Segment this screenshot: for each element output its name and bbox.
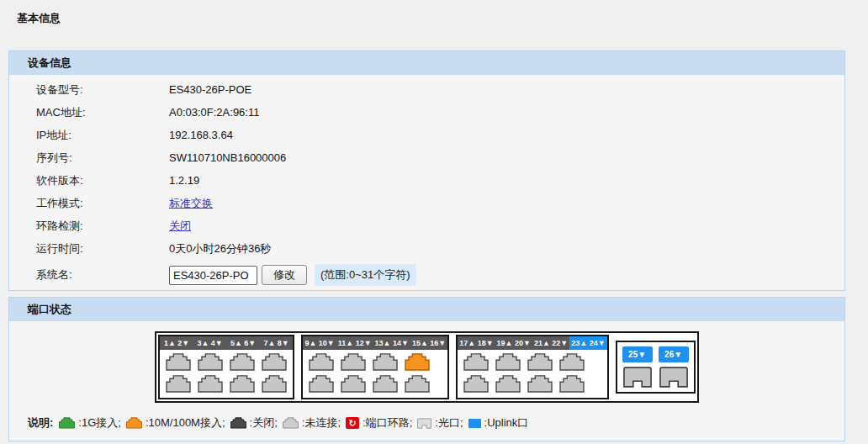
fiber-port-25: 25▼ [622,346,653,388]
port-pair-11-12: 11▲ 12▼ [336,336,373,350]
port-17-jack-icon [463,353,489,371]
port-16-jack-icon [405,375,430,393]
legend-item: :关闭; [230,415,278,431]
port-group-3: 17▲ 18▼19▲ 20▼21▲ 22▼23▲ 24▼ [456,335,608,399]
uptime-label: 运行时间: [36,241,169,256]
port-row-top [309,353,442,371]
port-5-jack-icon [230,353,255,371]
port-8-jack-icon [262,375,287,393]
legend-item-label: :未连接; [302,415,341,431]
port-group-3-header: 17▲ 18▼19▲ 20▼21▲ 22▼23▲ 24▼ [458,336,606,350]
fiber-port-group: 25▼26▼ [616,341,696,394]
port-pair-13-14: 13▲ 14▼ [373,336,410,350]
port-group-1-ports [160,350,293,398]
switch-diagram: 1▲ 2▼3▲ 4▼5▲ 6▼7▲ 8▼9▲ 10▼11▲ 12▼13▲ 14▼… [155,331,698,403]
mac-address-value: A0:03:0F:2A:96:11 [169,106,259,119]
legend-items: :1G接入;:10M/100M接入;:关闭;:未连接;↻:端口环路;:光口;:U… [59,415,528,431]
legend-item-label: :端口环路; [363,415,412,431]
rj45-green-icon [59,417,75,429]
port-pair-15-16: 15▲ 16▼ [410,336,447,350]
loop-detection-link[interactable]: 关闭 [169,219,191,234]
port-21-jack-icon [527,353,553,371]
info-row-software-version: 软件版本:1.2.19 [9,169,844,192]
port-22-jack-icon [527,375,553,393]
port-14-jack-icon [373,375,398,393]
port-row-bottom [463,375,601,393]
info-row-ip-address: IP地址:192.168.3.64 [9,124,844,146]
port-13-jack-icon [373,353,398,371]
port-group-2-ports [303,350,447,398]
legend-item: :1G接入; [59,415,121,431]
legend-item: ↻:端口环路; [346,415,412,431]
page-title: 基本信息 [0,0,868,26]
basic-info-page: 基本信息 设备信息 设备型号:ES430-26P-POEMAC地址:A0:03:… [0,0,868,444]
port-25-sfp-icon [623,367,652,388]
port-2-jack-icon [166,375,191,393]
port-4-jack-icon [198,375,223,393]
work-mode-link[interactable]: 标准交换 [169,196,213,211]
device-info-panel: 设备信息 设备型号:ES430-26P-POEMAC地址:A0:03:0F:2A… [8,50,845,291]
port-pair-19-20: 19▲ 20▼ [495,336,532,350]
port-pair-17-18: 17▲ 18▼ [458,336,495,350]
system-name-label: 系统名: [36,267,169,283]
port-row-bottom [309,375,442,393]
serial-number-label: 序列号: [36,151,169,166]
port-pair-5-6: 5▲ 6▼ [226,336,260,350]
uplink-blue-icon [468,419,481,428]
legend-item: :光口; [417,415,463,431]
port-9-jack-icon [309,353,334,371]
port-20-jack-icon [495,375,521,393]
modify-button[interactable]: 修改 [262,265,307,285]
port-24-jack-icon [559,375,585,393]
work-mode-label: 工作模式: [36,196,169,211]
device-info-header: 设备信息 [9,51,844,75]
rj45-orange-icon [126,417,142,429]
port-23-jack-icon [559,353,585,371]
uptime-value: 0天0小时26分钟36秒 [169,241,271,256]
legend-item-label: :1G接入; [78,415,121,431]
legend-item-label: :关闭; [250,415,278,431]
port-group-2-header: 9▲ 10▼11▲ 12▼13▲ 14▼15▲ 16▼ [303,336,447,350]
legend-item: :Uplink口 [468,415,529,431]
info-row-loop-detection: 环路检测:关闭 [9,214,844,237]
port-10-jack-icon [309,375,334,393]
rj45-gray-icon [283,417,299,429]
port-group-3-ports [458,350,606,398]
device-info-rows: 设备型号:ES430-26P-POEMAC地址:A0:03:0F:2A:96:1… [9,75,844,260]
mac-address-label: MAC地址: [36,105,169,120]
software-version-label: 软件版本: [36,173,169,188]
port-row-top [166,353,287,371]
software-version-value: 1.2.19 [169,174,199,187]
legend-item-label: :10M/100M接入; [146,415,225,431]
port-pair-3-4: 3▲ 4▼ [193,336,227,350]
port-1-jack-icon [166,353,191,371]
port-pair-7-8: 7▲ 8▼ [260,336,294,350]
ip-address-label: IP地址: [36,128,169,143]
port-26-sfp-icon [659,367,688,388]
fiber-port-26: 26▼ [659,346,689,388]
device-model-label: 设备型号: [36,82,169,98]
sfp-gray-icon [417,418,431,429]
info-row-serial-number: 序列号:SW110710NB16000006 [9,146,844,169]
ip-address-value: 192.168.3.64 [169,129,233,141]
port-group-1: 1▲ 2▼3▲ 4▼5▲ 6▼7▲ 8▼ [158,335,294,399]
port-legend: 说明: :1G接入;:10M/100M接入;:关闭;:未连接;↻:端口环路;:光… [9,403,844,441]
loop-detection-label: 环路检测: [36,219,169,234]
port-25-label: 25▼ [622,346,653,362]
system-name-input[interactable] [169,266,257,285]
port-pair-1-2: 1▲ 2▼ [160,336,193,350]
port-18-jack-icon [463,375,489,393]
port-status-header: 端口状态 [9,298,844,321]
info-row-uptime: 运行时间:0天0小时26分钟36秒 [9,237,844,260]
port-group-1-header: 1▲ 2▼3▲ 4▼5▲ 6▼7▲ 8▼ [160,336,293,350]
port-status-panel: 端口状态 1▲ 2▼3▲ 4▼5▲ 6▼7▲ 8▼9▲ 10▼11▲ 12▼13… [8,297,845,441]
legend-item: :未连接; [283,415,341,431]
port-pair-21-22: 21▲ 22▼ [532,336,569,350]
port-12-jack-icon [341,375,366,393]
port-26-label: 26▼ [659,346,689,362]
port-11-jack-icon [341,353,366,371]
legend-title: 说明: [28,415,53,431]
port-pair-23-24: 23▲ 24▼ [569,336,606,350]
port-15-jack-icon [405,353,430,371]
port-group-2: 9▲ 10▼11▲ 12▼13▲ 14▼15▲ 16▼ [301,335,449,399]
